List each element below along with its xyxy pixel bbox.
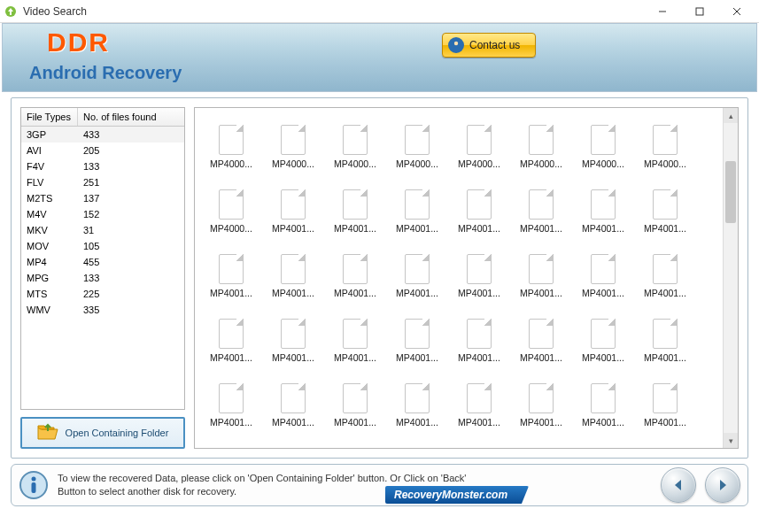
table-row[interactable]: FLV251 — [21, 174, 184, 190]
table-row[interactable]: M2TS137 — [21, 190, 184, 206]
back-button[interactable] — [661, 467, 696, 503]
file-item[interactable]: MP4001... — [390, 369, 445, 428]
file-icon — [653, 189, 678, 220]
file-item[interactable]: MP4001... — [576, 369, 631, 428]
contact-us-button[interactable]: Contact us — [442, 33, 536, 58]
forward-button[interactable] — [705, 467, 740, 503]
file-item[interactable]: MP4001... — [638, 369, 693, 428]
file-item[interactable]: MP4001... — [266, 369, 321, 428]
table-row[interactable]: MP4455 — [21, 254, 184, 270]
file-item[interactable]: MP4001... — [514, 369, 569, 428]
vertical-scrollbar[interactable]: ▴ ▾ — [723, 108, 738, 448]
file-item[interactable]: MP4001... — [328, 175, 383, 234]
table-row[interactable]: WMV335 — [21, 302, 184, 318]
file-item[interactable]: MP4001... — [204, 240, 259, 298]
file-item[interactable]: MP4001... — [452, 305, 507, 363]
file-item[interactable]: MP4001... — [328, 240, 383, 298]
file-item[interactable]: MP4001... — [638, 240, 693, 298]
file-item[interactable]: MP4000... — [514, 111, 569, 169]
col-file-types[interactable]: File Types — [21, 108, 78, 126]
file-item[interactable]: MP4000... — [452, 111, 507, 169]
file-item[interactable]: MP4001... — [266, 240, 321, 298]
file-label: MP4001... — [644, 352, 686, 363]
file-item[interactable]: MP4000... — [390, 111, 445, 169]
file-icon — [591, 319, 616, 349]
file-label: MP4001... — [644, 288, 686, 298]
minimize-button[interactable] — [644, 0, 681, 23]
svg-point-7 — [32, 477, 36, 482]
file-item[interactable]: MP4001... — [452, 369, 507, 428]
col-files-found[interactable]: No. of files found — [78, 108, 184, 126]
file-item[interactable]: MP4001... — [514, 240, 569, 298]
file-item[interactable]: MP4000... — [266, 111, 321, 169]
close-button[interactable] — [718, 0, 755, 23]
file-item[interactable]: MP4001... — [390, 240, 445, 298]
file-item[interactable]: MP4001... — [576, 240, 631, 298]
file-label: MP4001... — [396, 223, 438, 234]
logo-text: DDR — [47, 27, 110, 58]
open-containing-folder-button[interactable]: Open Containing Folder — [20, 417, 185, 449]
cell-type: FLV — [21, 176, 78, 189]
file-item[interactable]: MP4000... — [638, 111, 693, 169]
file-icon — [529, 383, 554, 413]
file-item[interactable]: MP4000... — [576, 111, 631, 169]
titlebar: Video Search — [0, 0, 759, 23]
files-icon-view[interactable]: MP4000...MP4000...MP4000...MP4000...MP40… — [194, 107, 739, 449]
file-icon — [653, 383, 678, 413]
file-item[interactable]: MP4001... — [390, 305, 445, 363]
main-content-frame: File Types No. of files found 3GP433AVI2… — [11, 97, 748, 459]
file-item[interactable]: MP4000... — [204, 111, 259, 169]
file-item[interactable]: MP4001... — [328, 369, 383, 428]
table-row[interactable]: MKV31 — [21, 222, 184, 238]
cell-count: 455 — [78, 256, 105, 268]
file-label: MP4001... — [272, 417, 314, 428]
cell-type: MOV — [21, 240, 78, 252]
file-icon — [343, 254, 368, 284]
file-item[interactable]: MP4001... — [576, 305, 631, 363]
cell-count: 137 — [78, 192, 105, 204]
file-item[interactable]: MP4001... — [638, 305, 693, 363]
file-item[interactable]: MP4001... — [514, 175, 569, 234]
file-item[interactable]: MP4001... — [266, 175, 321, 234]
file-item[interactable]: MP4001... — [514, 305, 569, 363]
scroll-up-button[interactable]: ▴ — [724, 108, 738, 123]
cell-count: 152 — [78, 208, 105, 220]
file-item[interactable]: MP4001... — [452, 434, 507, 448]
file-item[interactable]: MP4001... — [638, 175, 693, 234]
file-item[interactable]: MP4001... — [452, 175, 507, 234]
cell-type: MPG — [21, 272, 78, 284]
file-item[interactable]: MP4000... — [328, 111, 383, 169]
table-row[interactable]: M4V152 — [21, 206, 184, 222]
table-row[interactable]: AVI205 — [21, 143, 184, 158]
file-item[interactable]: MP4001... — [576, 175, 631, 234]
file-icon — [219, 189, 244, 220]
table-row[interactable]: 3GP433 — [21, 127, 184, 143]
file-item[interactable]: MP4001... — [204, 434, 259, 448]
file-item[interactable]: MP4001... — [328, 434, 383, 448]
file-icon — [219, 319, 244, 349]
file-label: MP4001... — [644, 417, 686, 428]
file-item[interactable]: MP4001... — [390, 175, 445, 234]
file-icon — [219, 125, 244, 155]
file-item[interactable]: MP4001... — [266, 305, 321, 363]
file-item[interactable]: MP4000... — [204, 175, 259, 234]
file-label: MP4001... — [272, 223, 314, 234]
file-types-table[interactable]: File Types No. of files found 3GP433AVI2… — [20, 107, 185, 410]
file-icon — [405, 254, 430, 284]
table-row[interactable]: MOV105 — [21, 238, 184, 254]
file-item[interactable]: MP4001... — [390, 434, 445, 448]
file-item[interactable]: MP4001... — [204, 369, 259, 428]
scroll-down-button[interactable]: ▾ — [724, 433, 738, 448]
cell-type: MP4 — [21, 256, 78, 268]
file-item[interactable]: MP4001... — [204, 305, 259, 363]
table-row[interactable]: MTS225 — [21, 286, 184, 302]
file-item[interactable]: MP4001... — [328, 305, 383, 363]
file-item[interactable]: MP4001... — [452, 240, 507, 298]
open-folder-label: Open Containing Folder — [66, 428, 169, 438]
maximize-button[interactable] — [681, 0, 718, 23]
table-row[interactable]: MPG133 — [21, 270, 184, 286]
table-row[interactable]: F4V133 — [21, 158, 184, 174]
app-icon — [4, 4, 18, 19]
scroll-thumb[interactable] — [725, 161, 736, 223]
file-item[interactable]: MP4001... — [266, 434, 321, 448]
